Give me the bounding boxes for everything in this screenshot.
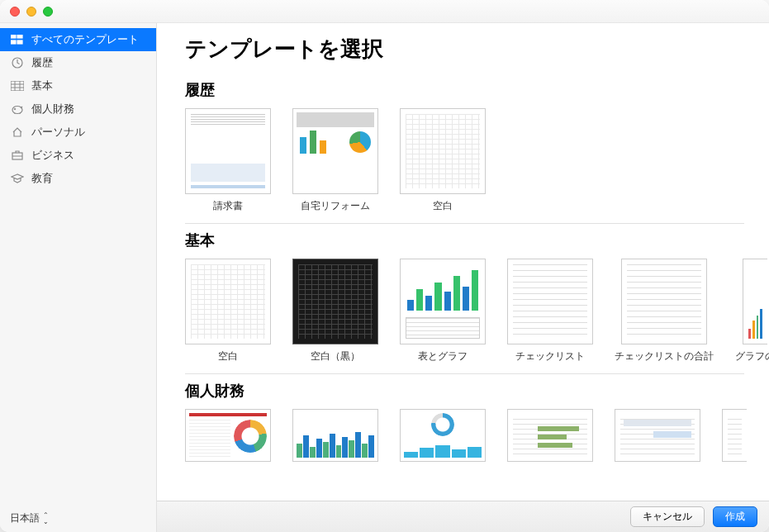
sidebar-item-label: 履歴 xyxy=(31,55,53,71)
sidebar-item-label: すべてのテンプレート xyxy=(31,31,139,48)
template-thumb xyxy=(185,259,271,344)
template-blank[interactable]: 空白 xyxy=(400,108,486,213)
template-thumb xyxy=(400,108,486,194)
sidebar-item-label: 教育 xyxy=(31,170,53,187)
all-templates-icon xyxy=(10,33,25,46)
template-pf-portfolio[interactable] xyxy=(507,409,593,467)
titlebar xyxy=(0,0,769,23)
template-checklist[interactable]: チェックリスト xyxy=(507,259,593,363)
section-title-recent: 履歴 xyxy=(185,80,769,100)
sidebar-item-all-templates[interactable]: すべてのテンプレート xyxy=(0,28,156,51)
template-charting-basics[interactable]: 表とグラフ xyxy=(400,259,486,363)
template-thumb xyxy=(292,108,378,194)
section-divider xyxy=(185,223,744,224)
template-thumb xyxy=(743,259,767,344)
cancel-button[interactable]: キャンセル xyxy=(630,506,705,527)
template-thumb xyxy=(185,409,271,462)
template-pf-net-worth[interactable] xyxy=(722,409,747,467)
svg-rect-3 xyxy=(17,40,22,44)
template-thumb xyxy=(185,108,271,194)
template-label: チェックリスト xyxy=(515,349,585,363)
page-title: テンプレートを選択 xyxy=(185,35,769,64)
template-blank-black[interactable]: 空白（黒） xyxy=(292,259,378,363)
template-thumb xyxy=(400,259,486,344)
template-thumb xyxy=(292,259,378,344)
template-label: チェックリストの合計 xyxy=(615,349,714,363)
template-thumb xyxy=(615,409,700,462)
sidebar-item-recent[interactable]: 履歴 xyxy=(0,51,156,74)
template-thumb xyxy=(400,409,486,462)
sidebar: すべてのテンプレート 履歴 基本 個人財務 xyxy=(0,23,157,532)
briefcase-icon xyxy=(10,149,25,162)
section-title-basic: 基本 xyxy=(185,230,769,250)
template-chooser-window: すべてのテンプレート 履歴 基本 個人財務 xyxy=(0,0,769,532)
template-thumb xyxy=(507,259,593,344)
template-label: 表とグラフ xyxy=(418,349,468,363)
template-label: グラフの xyxy=(735,349,769,363)
sidebar-item-label: パーソナル xyxy=(31,124,85,140)
template-label: 空白（黒） xyxy=(311,349,360,363)
piggy-bank-icon xyxy=(10,102,25,116)
template-thumb xyxy=(621,259,707,344)
template-pf-monthly-budget[interactable] xyxy=(292,409,378,467)
updown-icon: ⌃⌄ xyxy=(43,512,49,525)
template-checklist-total[interactable]: チェックリストの合計 xyxy=(615,259,714,363)
template-row-basic: 空白 空白（黒） xyxy=(185,259,769,363)
zoom-window-button[interactable] xyxy=(43,7,53,17)
sidebar-item-personal[interactable]: パーソナル xyxy=(0,121,156,144)
template-label: 空白 xyxy=(433,199,453,213)
section-divider xyxy=(185,373,744,374)
home-icon xyxy=(10,126,25,139)
svg-rect-5 xyxy=(11,81,24,91)
window-body: すべてのテンプレート 履歴 基本 個人財務 xyxy=(0,23,769,532)
template-thumb xyxy=(507,409,593,462)
sidebar-item-education[interactable]: 教育 xyxy=(0,167,156,190)
svg-rect-2 xyxy=(11,40,16,44)
sidebar-item-basic[interactable]: 基本 xyxy=(0,74,156,97)
footer-bar: キャンセル 作成 xyxy=(157,501,769,532)
template-chart-basics[interactable]: グラフの xyxy=(735,259,769,363)
svg-rect-1 xyxy=(17,35,22,38)
svg-point-7 xyxy=(14,108,16,110)
graduation-cap-icon xyxy=(10,172,25,185)
template-row-personal-finance xyxy=(185,409,769,467)
clock-icon xyxy=(10,56,25,69)
template-thumb xyxy=(292,409,378,462)
sidebar-item-label: ビジネス xyxy=(31,147,74,164)
content-scroll[interactable]: テンプレートを選択 履歴 請求書 xyxy=(157,23,769,501)
svg-point-6 xyxy=(12,107,22,114)
template-label: 請求書 xyxy=(213,199,243,213)
template-home-remodel[interactable]: 自宅リフォーム xyxy=(292,108,378,213)
section-title-personal-finance: 個人財務 xyxy=(185,381,769,401)
main-area: テンプレートを選択 履歴 請求書 xyxy=(157,23,769,532)
sidebar-item-label: 個人財務 xyxy=(31,101,74,117)
sidebar-item-label: 基本 xyxy=(31,78,53,94)
create-button[interactable]: 作成 xyxy=(713,506,757,527)
traffic-lights xyxy=(10,7,53,17)
template-pf-monthly-goal[interactable] xyxy=(400,409,486,467)
template-blank[interactable]: 空白 xyxy=(185,259,271,363)
template-label: 空白 xyxy=(218,349,238,363)
sidebar-item-business[interactable]: ビジネス xyxy=(0,144,156,167)
template-thumb xyxy=(722,409,747,462)
minimize-window-button[interactable] xyxy=(26,7,36,17)
sidebar-item-personal-finance[interactable]: 個人財務 xyxy=(0,97,156,121)
close-window-button[interactable] xyxy=(10,7,20,17)
language-label: 日本語 xyxy=(10,511,40,525)
template-row-recent: 請求書 xyxy=(185,108,769,213)
template-invoice[interactable]: 請求書 xyxy=(185,108,271,213)
template-pf-budget[interactable] xyxy=(185,409,271,467)
template-pf-shared-expenses[interactable] xyxy=(615,409,700,467)
svg-rect-0 xyxy=(11,35,16,38)
table-icon xyxy=(10,79,25,93)
language-selector[interactable]: 日本語 ⌃⌄ xyxy=(0,505,156,532)
template-label: 自宅リフォーム xyxy=(301,199,370,213)
